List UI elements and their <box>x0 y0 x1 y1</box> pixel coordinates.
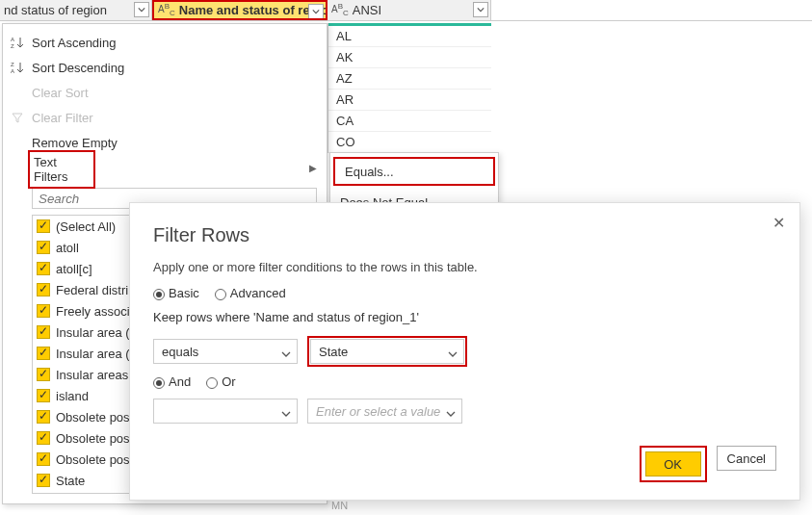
checkbox-icon[interactable] <box>37 325 50 339</box>
mode-radio-row: Basic Advanced <box>153 286 776 300</box>
item-label: State <box>56 474 85 488</box>
menu-label: Equals... <box>345 165 394 179</box>
chevron-down-icon <box>281 407 291 422</box>
condition-row-1: equals State <box>153 336 776 367</box>
background-cell: MN <box>331 500 348 511</box>
clear-filter-item: Clear Filter <box>3 105 327 130</box>
column-label: nd status of region <box>4 3 107 17</box>
sort-desc-icon: ZA <box>9 61 26 74</box>
column-dropdown-icon[interactable] <box>308 4 324 19</box>
radio-label: Advanced <box>230 286 286 300</box>
table-cell[interactable]: CA <box>328 111 491 132</box>
filter-rows-dialog: ✕ Filter Rows Apply one or more filter c… <box>129 202 800 501</box>
table-cell[interactable]: AL <box>328 26 491 47</box>
ok-button[interactable]: OK <box>645 451 701 476</box>
checkbox-icon[interactable] <box>37 219 50 233</box>
chevron-down-icon <box>446 407 456 422</box>
column-dropdown-icon[interactable] <box>134 2 149 17</box>
table-cell[interactable]: AR <box>328 90 491 111</box>
button-label: OK <box>664 457 682 472</box>
cancel-button[interactable]: Cancel <box>717 446 776 471</box>
combo-value: State <box>319 345 348 359</box>
column-header-region[interactable]: nd status of region <box>0 0 152 20</box>
menu-label: Remove Empty <box>32 136 118 150</box>
dialog-description: Apply one or more filter conditions to t… <box>153 260 776 274</box>
item-label: Obsolete pos <box>56 452 130 467</box>
advanced-radio[interactable]: Advanced <box>215 286 286 300</box>
logic-radio-row: And Or <box>153 374 776 389</box>
radio-icon <box>215 289 226 300</box>
checkbox-icon[interactable] <box>37 452 50 466</box>
menu-label: Text Filters <box>28 150 95 189</box>
and-radio[interactable]: And <box>153 374 191 389</box>
type-icon: ABC <box>158 2 175 17</box>
sort-asc-icon: AZ <box>9 36 26 49</box>
radio-icon <box>206 377 218 389</box>
checkbox-icon[interactable] <box>37 241 50 254</box>
column-label: Name and status of region_1 <box>179 3 327 17</box>
column-dropdown-icon[interactable] <box>473 2 488 17</box>
highlight-box: Equals... <box>333 157 495 186</box>
checkbox-icon[interactable] <box>37 347 50 360</box>
column-header-region-1[interactable]: ABC Name and status of region_1 <box>152 0 327 20</box>
chevron-down-icon <box>448 348 458 362</box>
item-label: Obsolete pos <box>56 410 130 425</box>
item-label: Freely associa <box>56 304 137 319</box>
radio-icon <box>153 289 165 300</box>
equals-item[interactable]: Equals... <box>335 159 493 184</box>
sort-ascending-item[interactable]: AZ Sort Ascending <box>3 30 327 55</box>
ansi-column-data: AL AK AZ AR CA CO <box>327 23 491 153</box>
value-combo[interactable]: State <box>310 339 464 364</box>
checkbox-icon[interactable] <box>37 431 50 445</box>
radio-label: And <box>169 374 191 389</box>
checkbox-icon[interactable] <box>37 368 50 381</box>
dialog-title: Filter Rows <box>153 224 776 246</box>
text-filters-item[interactable]: Text Filters ▶ <box>3 155 327 180</box>
item-label: (Select All) <box>56 219 116 234</box>
checkbox-icon[interactable] <box>37 262 50 275</box>
radio-label: Or <box>222 374 235 389</box>
checkbox-icon[interactable] <box>37 410 50 424</box>
radio-label: Basic <box>169 286 199 300</box>
close-icon[interactable]: ✕ <box>769 213 788 232</box>
combo-placeholder: Enter or select a value <box>316 404 440 419</box>
svg-text:Z: Z <box>11 62 14 67</box>
radio-icon <box>153 377 165 389</box>
menu-label: Clear Sort <box>32 86 89 100</box>
column-headers-row: nd status of region ABC Name and status … <box>0 0 812 21</box>
table-cell[interactable]: AZ <box>328 68 491 90</box>
type-icon: ABC <box>331 2 349 17</box>
value-combo-2[interactable]: Enter or select a value <box>307 399 462 424</box>
svg-text:Z: Z <box>11 43 14 49</box>
svg-text:A: A <box>11 68 14 74</box>
keep-rows-text: Keep rows where 'Name and status of regi… <box>153 310 776 324</box>
combo-value: equals <box>162 345 198 359</box>
item-label: Insular areas <box>56 368 128 382</box>
submenu-arrow-icon: ▶ <box>309 163 317 173</box>
operator-combo-2[interactable] <box>153 399 298 424</box>
item-label: Insular area ( <box>56 347 130 361</box>
or-radio[interactable]: Or <box>206 374 235 389</box>
column-header-ansi[interactable]: ABC ANSI <box>327 0 491 20</box>
ok-highlight-box: OK <box>640 446 707 482</box>
button-label: Cancel <box>727 451 766 466</box>
table-cell[interactable]: CO <box>328 132 491 153</box>
checkbox-icon[interactable] <box>37 474 50 487</box>
condition-row-2: Enter or select a value <box>153 399 776 424</box>
item-label: atoll <box>56 241 79 255</box>
chevron-down-icon <box>281 348 291 362</box>
item-label: atoll[c] <box>56 262 92 276</box>
basic-radio[interactable]: Basic <box>153 286 199 300</box>
checkbox-icon[interactable] <box>37 304 50 318</box>
sort-descending-item[interactable]: ZA Sort Descending <box>3 55 327 80</box>
value-highlight-box: State <box>307 336 467 367</box>
menu-label: Sort Ascending <box>32 36 116 50</box>
operator-combo[interactable]: equals <box>153 339 298 364</box>
table-cell[interactable]: AK <box>328 47 491 68</box>
checkbox-icon[interactable] <box>37 283 50 296</box>
clear-sort-item: Clear Sort <box>3 80 327 105</box>
checkbox-icon[interactable] <box>37 389 50 402</box>
svg-text:A: A <box>11 37 14 42</box>
filter-clear-icon <box>9 111 26 124</box>
item-label: Federal distri <box>56 283 128 297</box>
